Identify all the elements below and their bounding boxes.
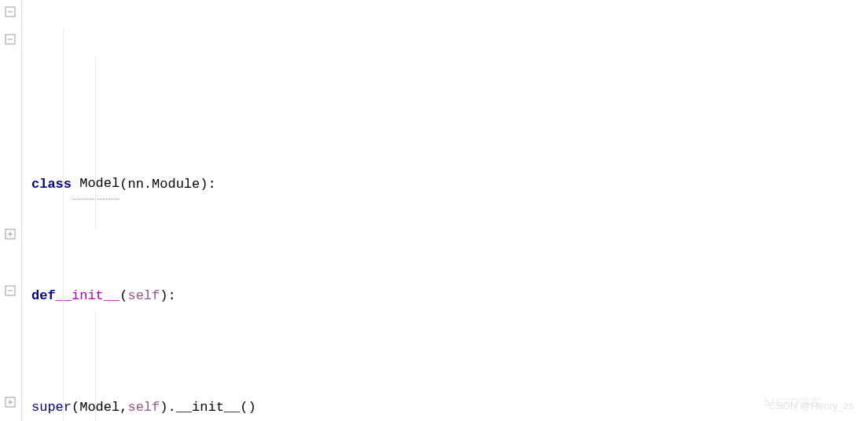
class-base: (nn.Module): (120, 170, 215, 199)
indent-guide (95, 57, 96, 230)
builtin-super: super (31, 394, 72, 421)
text: __init__ (176, 394, 241, 421)
keyword-class: class (31, 170, 72, 199)
code-line: super(Model,self).__init__() (31, 394, 868, 421)
method-init: __init__ (56, 282, 120, 310)
code-line: def __init__(self): (31, 282, 868, 310)
indent-guide (63, 30, 64, 421)
self-param: self (127, 282, 160, 310)
paren: ): (160, 282, 175, 310)
text: () (240, 394, 256, 421)
fold-icon-init[interactable] (5, 34, 16, 45)
keyword-def: def (31, 282, 56, 310)
gutter (0, 0, 22, 421)
fold-icon-forward-end[interactable] (5, 397, 16, 408)
text: ). (160, 394, 175, 421)
text: (Model, (72, 394, 127, 421)
paren: ( (120, 282, 127, 310)
fold-icon-class[interactable] (5, 6, 16, 17)
code-line: class Model(nn.Module): (31, 170, 868, 199)
class-name: Model (72, 170, 120, 200)
fold-icon-init-end[interactable] (5, 229, 16, 240)
code-area[interactable]: class Model(nn.Module): def __init__(sel… (22, 0, 868, 421)
self-ref: self (127, 394, 160, 421)
fold-icon-forward[interactable] (5, 285, 16, 296)
code-editor: class Model(nn.Module): def __init__(sel… (0, 0, 868, 421)
